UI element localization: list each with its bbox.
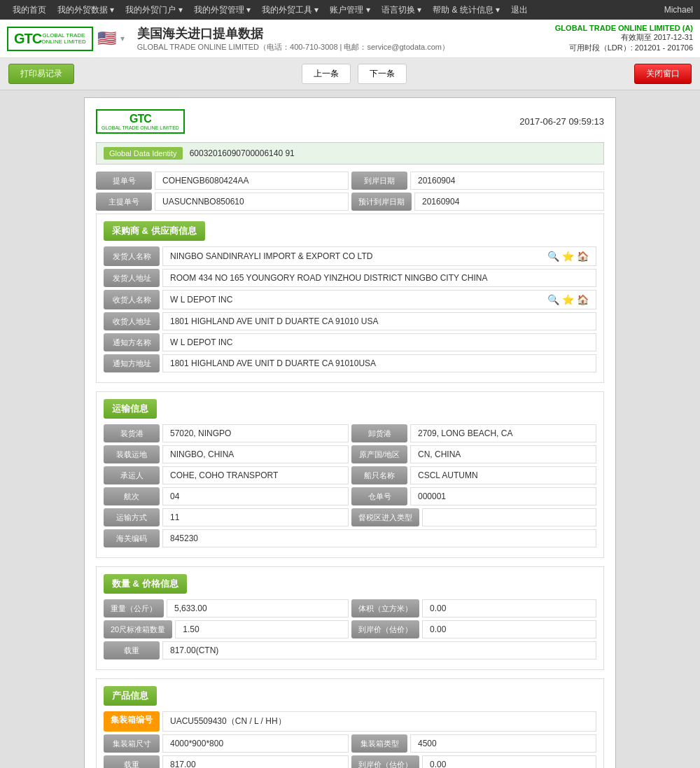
flag-dropdown-icon[interactable]: ▾ xyxy=(120,34,125,43)
expected-arrival-label: 预计到岸日期 xyxy=(351,193,412,211)
container-no-badge-label: 集装箱编号 xyxy=(104,711,160,732)
vessel-label: 船只名称 xyxy=(351,466,407,484)
next-button-top[interactable]: 下一条 xyxy=(358,64,407,84)
buyer-supplier-header: 采购商 & 供应商信息 xyxy=(104,221,205,241)
expected-arrival-value: 20160904 xyxy=(414,193,604,211)
origin-country-label: 原产国/地区 xyxy=(351,445,407,463)
buyer-supplier-section: 采购商 & 供应商信息 发货人名称 NINGBO SANDINRAYLI IMP… xyxy=(96,214,604,383)
nav-language[interactable]: 语言切换 ▾ xyxy=(376,4,427,16)
master-bill-value: UASUCNNBO850610 xyxy=(155,193,349,211)
record-date: 2017-06-27 09:59:13 xyxy=(519,116,604,127)
weight-value: 5,633.00 xyxy=(167,599,349,617)
bol-value: 000001 xyxy=(410,487,596,505)
bill-label: 提单号 xyxy=(96,172,152,190)
container-size-value: 4000*900*800 xyxy=(162,734,349,753)
product-header: 产品信息 xyxy=(104,686,157,706)
product-arrival-price-value: 0.00 xyxy=(422,755,596,768)
identity-value: 60032016090700006140 91 xyxy=(190,148,295,158)
nav-logout[interactable]: 退出 xyxy=(505,4,533,16)
account-ldr: 可用时段（LDR）: 201201 - 201706 xyxy=(555,43,693,53)
loading-place-label: 装载运地 xyxy=(104,445,160,463)
doc-logo: GTC GLOBAL TRADE ONLINE LIMITED xyxy=(96,109,185,134)
notify-addr-label: 通知方地址 xyxy=(104,354,160,372)
shipper-name-row: 发货人名称 NINGBO SANDINRAYLI IMPORT & EXPORT… xyxy=(104,246,596,266)
loading-port-value: 57020, NINGPO xyxy=(162,424,349,442)
container-no-row: 集装箱编号 UACU5509430（CN / L / HH） xyxy=(104,711,596,732)
consignee-addr-row: 收货人地址 1801 HIGHLAND AVE UNIT D DUARTE CA… xyxy=(104,312,596,330)
transport-header: 运输信息 xyxy=(104,399,157,419)
consignee-name-value: W L DEPOT INC 🔍 ⭐ 🏠 xyxy=(162,290,596,309)
identity-row: Global Data Identity 6003201609070000614… xyxy=(96,142,604,165)
prev-button-top[interactable]: 上一条 xyxy=(302,64,351,84)
shipper-name-label: 发货人名称 xyxy=(104,246,160,266)
header-subtitle: GLOBAL TRADE ONLINE LIMITED（电话：400-710-3… xyxy=(137,42,555,53)
ftz-type-label: 督税区进入类型 xyxy=(351,508,419,526)
unloading-port-value: 2709, LONG BEACH, CA xyxy=(410,424,596,442)
volume-label: 体积（立方米） xyxy=(351,599,419,617)
carrier-value: COHE, COHO TRANSPORT xyxy=(162,466,349,484)
nav-management[interactable]: 我的外贸管理 ▾ xyxy=(188,4,256,16)
master-bill-label: 主提单号 xyxy=(96,193,152,211)
qp-quantity-label: 载重 xyxy=(104,641,160,659)
transport-section: 运输信息 装货港 57020, NINGPO 卸货港 2709, LONG BE… xyxy=(96,391,604,558)
product-quantity-label: 载重 xyxy=(104,755,160,768)
bol-label: 仓单号 xyxy=(351,487,407,505)
shipper-name-value: NINGBO SANDINRAYLI IMPORT & EXPORT CO LT… xyxy=(162,246,596,266)
loading-port-label: 装货港 xyxy=(104,424,160,442)
master-bill-row: 主提单号 UASUCNNBO850610 预计到岸日期 20160904 xyxy=(96,193,604,211)
flag-icon: 🇺🇸 xyxy=(97,29,116,48)
page-title: 美国海关进口提单数据 xyxy=(137,25,555,42)
shipper-addr-value: ROOM 434 NO 165 YOUNGORY ROAD YINZHOU DI… xyxy=(162,269,596,287)
notify-name-value: W L DEPOT INC xyxy=(162,333,596,351)
quantity-price-section: 数量 & 价格信息 重量（公斤） 5,633.00 体积（立方米） 0.00 2… xyxy=(96,566,604,670)
voyage-label: 航次 xyxy=(104,487,160,505)
shipper-addr-row: 发货人地址 ROOM 434 NO 165 YOUNGORY ROAD YINZ… xyxy=(104,269,596,287)
consignee-name-label: 收货人名称 xyxy=(104,290,160,309)
nav-trade-data[interactable]: 我的外贸数据 ▾ xyxy=(52,4,120,16)
shipper-home-icon[interactable]: 🏠 xyxy=(577,251,589,262)
toolbar-top: 打印易记录 上一条 下一条 关闭窗口 xyxy=(0,58,700,90)
consignee-search-icon[interactable]: 🔍 xyxy=(547,294,559,305)
ftz-type-value xyxy=(422,508,596,526)
container-size-label: 集装箱尺寸 xyxy=(104,734,160,753)
print-button-top[interactable]: 打印易记录 xyxy=(8,64,74,84)
quantity-price-header: 数量 & 价格信息 xyxy=(104,574,187,594)
loading-place-value: NINGBO, CHINA xyxy=(162,445,349,463)
nav-home[interactable]: 我的首页 xyxy=(7,4,52,16)
transport-mode-value: 11 xyxy=(162,508,349,526)
notify-name-row: 通知方名称 W L DEPOT INC xyxy=(104,333,596,351)
close-button-top[interactable]: 关闭窗口 xyxy=(634,64,692,84)
container-type-value: 4500 xyxy=(410,734,596,753)
nav-account[interactable]: 账户管理 ▾ xyxy=(324,4,375,16)
consignee-home-icon[interactable]: 🏠 xyxy=(577,294,589,305)
container-no-value: UACU5509430（CN / L / HH） xyxy=(162,711,596,732)
consignee-name-row: 收货人名称 W L DEPOT INC 🔍 ⭐ 🏠 xyxy=(104,290,596,309)
consignee-star-icon[interactable]: ⭐ xyxy=(562,294,574,305)
arrival-price-label: 到岸价（估价） xyxy=(351,620,419,638)
logo: GTC GLOBAL TRADEONLINE LIMITED xyxy=(7,27,93,51)
shipper-addr-label: 发货人地址 xyxy=(104,269,160,287)
nav-help[interactable]: 帮助 & 统计信息 ▾ xyxy=(427,4,505,16)
consignee-addr-value: 1801 HIGHLAND AVE UNIT D DUARTE CA 91010… xyxy=(162,312,596,330)
carrier-label: 承运人 xyxy=(104,466,160,484)
nav-portal[interactable]: 我的外贸门户 ▾ xyxy=(120,4,188,16)
volume-value: 0.00 xyxy=(422,599,596,617)
identity-label: Global Data Identity xyxy=(104,147,183,160)
origin-country-value: CN, CHINA xyxy=(410,445,596,463)
vessel-value: CSCL AUTUMN xyxy=(410,466,596,484)
container20-value: 1.50 xyxy=(175,620,349,638)
customs-code-value: 845230 xyxy=(162,529,596,547)
unloading-port-label: 卸货港 xyxy=(351,424,407,442)
nav-tools[interactable]: 我的外贸工具 ▾ xyxy=(256,4,324,16)
bill-value: COHENGB6080424AA xyxy=(155,172,349,190)
shipper-star-icon[interactable]: ⭐ xyxy=(562,251,574,262)
weight-label: 重量（公斤） xyxy=(104,599,164,617)
arrival-date-label: 到岸日期 xyxy=(351,172,407,190)
nav-username: Michael xyxy=(664,5,693,15)
notify-addr-value: 1801 HIGHLAND AVE UNIT D DUARTE CA 91010… xyxy=(162,354,596,372)
account-validity: 有效期至 2017-12-31 xyxy=(555,32,693,43)
transport-mode-label: 运输方式 xyxy=(104,508,160,526)
shipper-search-icon[interactable]: 🔍 xyxy=(547,251,559,262)
notify-name-label: 通知方名称 xyxy=(104,333,160,351)
voyage-value: 04 xyxy=(162,487,349,505)
